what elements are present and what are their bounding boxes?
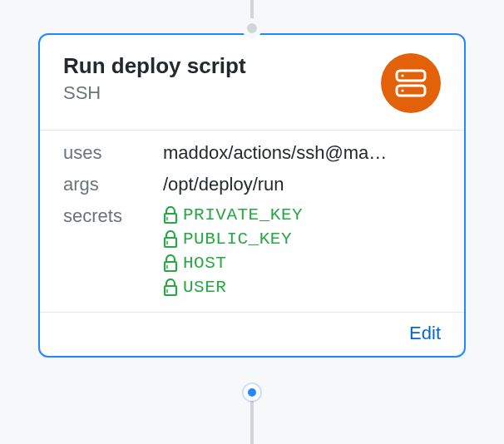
svg-rect-10 <box>165 286 176 295</box>
card-header-text: Run deploy script SSH <box>63 53 246 104</box>
uses-label: uses <box>63 142 163 164</box>
card-title: Run deploy script <box>63 53 246 79</box>
svg-rect-4 <box>165 214 176 223</box>
secret-name: USER <box>183 278 226 297</box>
secret-name: PUBLIC_KEY <box>183 229 292 249</box>
svg-rect-6 <box>165 238 176 247</box>
svg-point-2 <box>401 74 403 76</box>
card-header: Run deploy script SSH <box>40 35 464 131</box>
secrets-row: secrets PRIVATE_KEY PUBLIC_KEY HOST USER <box>63 205 441 297</box>
lock-icon <box>163 254 178 273</box>
uses-row: uses maddox/actions/ssh@ma… <box>63 142 441 164</box>
args-row: args /opt/deploy/run <box>63 174 441 195</box>
secret-item: PRIVATE_KEY <box>163 205 303 224</box>
action-icon-badge <box>381 53 441 113</box>
secrets-label: secrets <box>63 205 163 297</box>
svg-rect-1 <box>397 86 425 96</box>
server-icon <box>395 69 427 97</box>
secrets-list: PRIVATE_KEY PUBLIC_KEY HOST USER <box>163 205 303 297</box>
args-value: /opt/deploy/run <box>163 174 441 195</box>
svg-point-3 <box>401 89 403 91</box>
card-body: uses maddox/actions/ssh@ma… args /opt/de… <box>40 131 464 312</box>
secret-item: HOST <box>163 254 303 273</box>
lock-icon <box>163 279 178 297</box>
node-input-port[interactable] <box>242 18 262 38</box>
lock-icon <box>163 206 178 224</box>
svg-rect-0 <box>397 71 425 81</box>
lock-icon <box>163 230 178 249</box>
secret-item: PUBLIC_KEY <box>163 229 303 249</box>
secret-name: HOST <box>183 254 226 273</box>
secret-name: PRIVATE_KEY <box>183 205 303 224</box>
svg-rect-8 <box>165 262 176 271</box>
edit-link[interactable]: Edit <box>409 323 441 343</box>
card-footer: Edit <box>40 312 464 356</box>
secret-item: USER <box>163 278 303 297</box>
card-subtitle: SSH <box>63 82 246 104</box>
action-card: Run deploy script SSH uses maddox/action… <box>38 33 466 358</box>
node-output-port[interactable] <box>244 384 260 401</box>
uses-value: maddox/actions/ssh@ma… <box>163 142 441 164</box>
args-label: args <box>63 174 163 195</box>
